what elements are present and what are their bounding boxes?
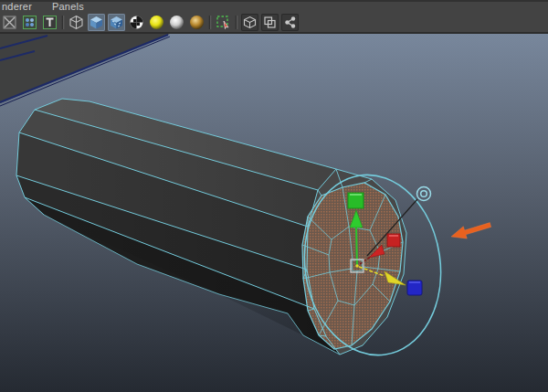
selection-highlight-icon[interactable] <box>215 14 232 31</box>
component-dots-icon[interactable] <box>21 14 38 31</box>
checker-sphere-icon[interactable] <box>128 14 145 31</box>
panel-menu-bar: nderer Panels <box>0 1 548 13</box>
maya-window: nderer Panels <box>0 0 548 392</box>
wireframe-cube-icon[interactable] <box>68 14 85 31</box>
toolbar-separator <box>61 16 65 29</box>
toolbar-separator <box>235 16 238 29</box>
yellow-sphere-icon[interactable] <box>148 14 165 31</box>
overlap-squares-icon[interactable] <box>261 14 279 31</box>
textured-cube-icon[interactable] <box>108 14 125 31</box>
gold-sphere-icon[interactable] <box>188 14 206 31</box>
viewport-3d <box>0 34 548 392</box>
viewport-icon-bar <box>1 13 299 32</box>
share-nodes-icon[interactable] <box>281 14 299 31</box>
text-t-icon[interactable] <box>41 14 58 31</box>
menu-renderer[interactable]: nderer <box>2 1 32 13</box>
panel-toolbar: nderer Panels <box>0 0 548 34</box>
toolbar-separator <box>208 16 212 29</box>
x-square-icon[interactable] <box>1 14 18 31</box>
gray-sphere-icon[interactable] <box>168 14 185 31</box>
shaded-cube-icon[interactable] <box>88 14 105 31</box>
outline-cube-icon[interactable] <box>241 14 258 31</box>
toolbar-bottom-edge <box>0 32 548 34</box>
menu-panels[interactable]: Panels <box>52 1 84 13</box>
